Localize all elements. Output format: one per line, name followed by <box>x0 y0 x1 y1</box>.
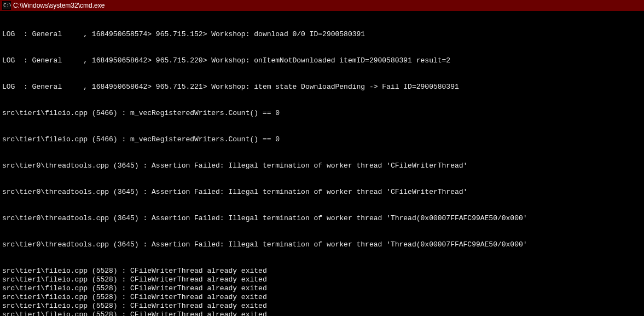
svg-text:C:\: C:\ <box>3 3 11 8</box>
assert-line: src\tier0\threadtools.cpp (3645) : Asser… <box>2 240 642 249</box>
exited-line: src\tier1\fileio.cpp (5528) : CFileWrite… <box>2 267 642 275</box>
exited-line: src\tier1\fileio.cpp (5528) : CFileWrite… <box>2 311 642 316</box>
assert-line: src\tier0\threadtools.cpp (3645) : Asser… <box>2 188 642 197</box>
exited-line: src\tier1\fileio.cpp (5528) : CFileWrite… <box>2 284 642 293</box>
log-line: LOG : General , 1684950658574> 965.715.1… <box>2 30 642 39</box>
assert-line: src\tier1\fileio.cpp (5466) : m_vecRegis… <box>2 135 642 144</box>
window-title: C:\Windows\system32\cmd.exe <box>13 1 105 10</box>
log-line: LOG : General , 1684950658642> 965.715.2… <box>2 56 642 65</box>
terminal-output[interactable]: LOG : General , 1684950658574> 965.715.1… <box>0 12 644 316</box>
exited-line: src\tier1\fileio.cpp (5528) : CFileWrite… <box>2 302 642 311</box>
assert-line: src\tier0\threadtools.cpp (3645) : Asser… <box>2 214 642 223</box>
titlebar[interactable]: C:\ C:\Windows\system32\cmd.exe <box>0 0 644 12</box>
assert-line: src\tier0\threadtools.cpp (3645) : Asser… <box>2 162 642 170</box>
cmd-icon: C:\ <box>2 1 11 10</box>
exited-line: src\tier1\fileio.cpp (5528) : CFileWrite… <box>2 275 642 284</box>
exited-line: src\tier1\fileio.cpp (5528) : CFileWrite… <box>2 293 642 302</box>
assert-line: src\tier1\fileio.cpp (5466) : m_vecRegis… <box>2 109 642 118</box>
log-line: LOG : General , 1684950658642> 965.715.2… <box>2 83 642 91</box>
